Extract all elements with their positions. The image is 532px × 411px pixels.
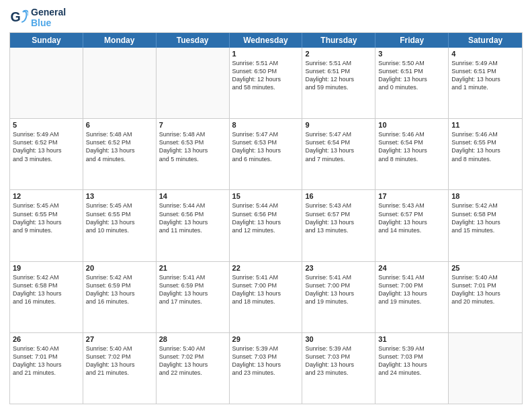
cal-cell: 19Sunrise: 5:42 AMSunset: 6:58 PMDayligh… — [10, 262, 83, 332]
day-number: 3 — [378, 50, 445, 58]
cell-info: Sunrise: 5:49 AMSunset: 6:52 PMDaylight:… — [13, 130, 80, 163]
day-number: 10 — [378, 121, 445, 129]
cell-info: Sunrise: 5:41 AMSunset: 7:00 PMDaylight:… — [378, 273, 445, 306]
day-number: 15 — [232, 192, 300, 200]
day-number: 21 — [159, 264, 226, 272]
cell-info: Sunrise: 5:51 AMSunset: 6:51 PMDaylight:… — [305, 59, 372, 92]
cal-cell: 20Sunrise: 5:42 AMSunset: 6:59 PMDayligh… — [83, 262, 157, 332]
cal-cell — [10, 48, 83, 118]
week-row-1: 1Sunrise: 5:51 AMSunset: 6:50 PMDaylight… — [10, 48, 522, 119]
day-header-wednesday: Wednesday — [230, 33, 303, 48]
cell-info: Sunrise: 5:42 AMSunset: 6:58 PMDaylight:… — [13, 273, 80, 306]
cal-cell: 8Sunrise: 5:47 AMSunset: 6:53 PMDaylight… — [230, 119, 303, 189]
svg-text:G: G — [10, 9, 20, 24]
cell-info: Sunrise: 5:48 AMSunset: 6:53 PMDaylight:… — [159, 130, 226, 163]
cell-info: Sunrise: 5:41 AMSunset: 7:00 PMDaylight:… — [232, 273, 300, 306]
cal-cell: 25Sunrise: 5:40 AMSunset: 7:01 PMDayligh… — [449, 262, 522, 332]
day-number: 25 — [451, 264, 519, 272]
day-number: 11 — [451, 121, 519, 129]
day-number: 5 — [13, 121, 80, 129]
cell-info: Sunrise: 5:40 AMSunset: 7:01 PMDaylight:… — [451, 273, 519, 306]
day-number: 7 — [159, 121, 226, 129]
cell-info: Sunrise: 5:45 AMSunset: 6:55 PMDaylight:… — [86, 201, 153, 234]
day-number: 26 — [13, 335, 80, 343]
day-number: 9 — [305, 121, 372, 129]
logo: G General Blue — [9, 7, 66, 28]
day-header-sunday: Sunday — [10, 33, 83, 48]
cal-cell: 14Sunrise: 5:44 AMSunset: 6:56 PMDayligh… — [157, 190, 230, 261]
day-number: 16 — [305, 192, 372, 200]
cal-cell: 26Sunrise: 5:40 AMSunset: 7:01 PMDayligh… — [10, 333, 83, 404]
cell-info: Sunrise: 5:45 AMSunset: 6:55 PMDaylight:… — [13, 201, 80, 234]
cal-cell: 1Sunrise: 5:51 AMSunset: 6:50 PMDaylight… — [230, 48, 303, 118]
cell-info: Sunrise: 5:46 AMSunset: 6:55 PMDaylight:… — [451, 130, 519, 163]
cell-info: Sunrise: 5:51 AMSunset: 6:50 PMDaylight:… — [232, 59, 300, 92]
day-number: 18 — [451, 192, 519, 200]
cell-info: Sunrise: 5:40 AMSunset: 7:02 PMDaylight:… — [159, 345, 226, 377]
day-number: 12 — [13, 192, 80, 200]
cell-info: Sunrise: 5:46 AMSunset: 6:54 PMDaylight:… — [378, 130, 445, 163]
cal-cell: 27Sunrise: 5:40 AMSunset: 7:02 PMDayligh… — [83, 333, 157, 404]
page: G General Blue SundayMondayTuesdayWednes… — [0, 0, 532, 411]
cell-info: Sunrise: 5:43 AMSunset: 6:57 PMDaylight:… — [305, 201, 372, 234]
cell-info: Sunrise: 5:50 AMSunset: 6:51 PMDaylight:… — [378, 59, 445, 92]
day-number: 27 — [86, 335, 153, 343]
cell-info: Sunrise: 5:42 AMSunset: 6:58 PMDaylight:… — [451, 201, 519, 234]
cell-info: Sunrise: 5:44 AMSunset: 6:56 PMDaylight:… — [159, 201, 226, 234]
day-header-tuesday: Tuesday — [157, 33, 230, 48]
cal-cell: 30Sunrise: 5:39 AMSunset: 7:03 PMDayligh… — [302, 333, 375, 404]
day-number: 30 — [305, 335, 372, 343]
cal-cell: 6Sunrise: 5:48 AMSunset: 6:52 PMDaylight… — [83, 119, 157, 189]
cell-info: Sunrise: 5:39 AMSunset: 7:03 PMDaylight:… — [305, 345, 372, 377]
cal-cell: 28Sunrise: 5:40 AMSunset: 7:02 PMDayligh… — [157, 333, 230, 404]
cal-cell — [83, 48, 157, 118]
cell-info: Sunrise: 5:47 AMSunset: 6:53 PMDaylight:… — [232, 130, 300, 163]
day-number: 20 — [86, 264, 153, 272]
day-header-thursday: Thursday — [302, 33, 375, 48]
cal-cell: 22Sunrise: 5:41 AMSunset: 7:00 PMDayligh… — [230, 262, 303, 332]
week-row-4: 19Sunrise: 5:42 AMSunset: 6:58 PMDayligh… — [10, 262, 522, 333]
cell-info: Sunrise: 5:44 AMSunset: 6:56 PMDaylight:… — [232, 201, 300, 234]
day-header-monday: Monday — [83, 33, 157, 48]
cell-info: Sunrise: 5:41 AMSunset: 6:59 PMDaylight:… — [159, 273, 226, 306]
day-number: 6 — [86, 121, 153, 129]
cal-cell: 18Sunrise: 5:42 AMSunset: 6:58 PMDayligh… — [449, 190, 522, 261]
cal-cell: 17Sunrise: 5:43 AMSunset: 6:57 PMDayligh… — [375, 190, 449, 261]
cell-info: Sunrise: 5:40 AMSunset: 7:01 PMDaylight:… — [13, 345, 80, 377]
cal-cell: 11Sunrise: 5:46 AMSunset: 6:55 PMDayligh… — [449, 119, 522, 189]
day-number: 13 — [86, 192, 153, 200]
cal-cell: 10Sunrise: 5:46 AMSunset: 6:54 PMDayligh… — [375, 119, 449, 189]
cal-cell: 15Sunrise: 5:44 AMSunset: 6:56 PMDayligh… — [230, 190, 303, 261]
day-number: 29 — [232, 335, 300, 343]
day-number: 4 — [451, 50, 519, 58]
day-number: 1 — [232, 50, 300, 58]
cell-info: Sunrise: 5:39 AMSunset: 7:03 PMDaylight:… — [378, 345, 445, 377]
week-row-2: 5Sunrise: 5:49 AMSunset: 6:52 PMDaylight… — [10, 119, 522, 190]
cal-cell: 4Sunrise: 5:49 AMSunset: 6:51 PMDaylight… — [449, 48, 522, 118]
cal-cell: 23Sunrise: 5:41 AMSunset: 7:00 PMDayligh… — [302, 262, 375, 332]
cell-info: Sunrise: 5:39 AMSunset: 7:03 PMDaylight:… — [232, 345, 300, 377]
day-number: 31 — [378, 335, 445, 343]
calendar: SundayMondayTuesdayWednesdayThursdayFrid… — [9, 32, 523, 404]
cal-cell: 7Sunrise: 5:48 AMSunset: 6:53 PMDaylight… — [157, 119, 230, 189]
cal-cell: 2Sunrise: 5:51 AMSunset: 6:51 PMDaylight… — [302, 48, 375, 118]
cell-info: Sunrise: 5:47 AMSunset: 6:54 PMDaylight:… — [305, 130, 372, 163]
cell-info: Sunrise: 5:49 AMSunset: 6:51 PMDaylight:… — [451, 59, 519, 92]
cell-info: Sunrise: 5:43 AMSunset: 6:57 PMDaylight:… — [378, 201, 445, 234]
day-number: 28 — [159, 335, 226, 343]
header: G General Blue — [9, 7, 523, 28]
logo-text: General Blue — [31, 7, 66, 28]
day-number: 24 — [378, 264, 445, 272]
day-number: 8 — [232, 121, 300, 129]
cal-cell: 3Sunrise: 5:50 AMSunset: 6:51 PMDaylight… — [375, 48, 449, 118]
cal-cell: 12Sunrise: 5:45 AMSunset: 6:55 PMDayligh… — [10, 190, 83, 261]
day-number: 23 — [305, 264, 372, 272]
day-number: 22 — [232, 264, 300, 272]
cal-cell — [157, 48, 230, 118]
cal-cell: 16Sunrise: 5:43 AMSunset: 6:57 PMDayligh… — [302, 190, 375, 261]
cal-cell: 31Sunrise: 5:39 AMSunset: 7:03 PMDayligh… — [375, 333, 449, 404]
day-header-friday: Friday — [375, 33, 449, 48]
cell-info: Sunrise: 5:40 AMSunset: 7:02 PMDaylight:… — [86, 345, 153, 377]
cal-cell: 13Sunrise: 5:45 AMSunset: 6:55 PMDayligh… — [83, 190, 157, 261]
cal-cell: 5Sunrise: 5:49 AMSunset: 6:52 PMDaylight… — [10, 119, 83, 189]
